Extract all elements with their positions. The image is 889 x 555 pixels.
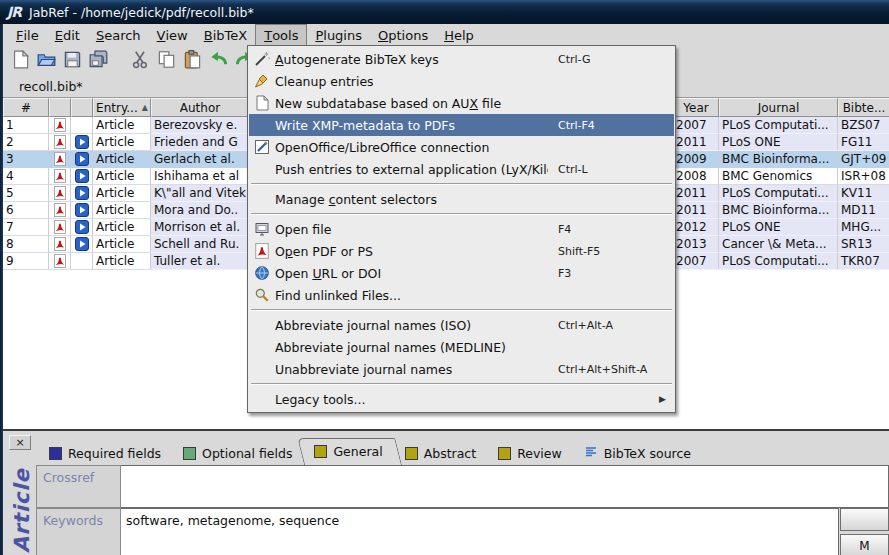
bibtexkey-cell: GJT+09 (838, 151, 889, 168)
tab-review[interactable]: Review (488, 441, 582, 465)
column-header-1[interactable] (49, 98, 71, 117)
external-link-icon[interactable] (75, 169, 89, 183)
pdf-cell (49, 151, 71, 168)
pdf-file-icon[interactable] (54, 135, 66, 149)
year-cell: 2012 (673, 219, 719, 236)
row-number: 8 (3, 236, 49, 253)
keywords-side-button-2[interactable]: M (840, 534, 889, 555)
bibtexkey-cell: SR13 (838, 236, 889, 253)
menu-item-label: Open URL or DOI (275, 266, 548, 281)
cut-button[interactable] (127, 48, 153, 72)
external-link-icon[interactable] (75, 237, 89, 251)
save-all-button[interactable] (85, 48, 111, 72)
menu-item-find-unlinked-files[interactable]: Find unlinked Files... (249, 284, 674, 306)
column-header-bibte[interactable]: Bibte... (838, 98, 889, 117)
play-cell (71, 134, 93, 151)
menu-item-label: Open file (275, 222, 548, 237)
menu-plugins[interactable]: Plugins (307, 24, 370, 46)
tab-label: Required fields (68, 446, 161, 461)
menu-item-unabbreviate-journal-names[interactable]: Unabbreviate journal namesCtrl+Alt+Shift… (249, 358, 674, 380)
row-number: 9 (3, 253, 49, 270)
menu-item-abbreviate-journal-names-iso[interactable]: Abbreviate journal names (ISO)Ctrl+Alt-A (249, 314, 674, 336)
menu-item-autogenerate-bibtex-keys[interactable]: Autogenerate BibTeX keysCtrl-G (249, 48, 674, 70)
tab-general[interactable]: General (304, 438, 402, 465)
menu-search[interactable]: Search (88, 24, 149, 46)
journal-cell: PLoS Computati... (719, 185, 838, 202)
title-bar: JR JabRef - /home/jedick/pdf/recoll.bib* (0, 0, 889, 24)
field-input-keywords[interactable]: software, metagenome, sequence (121, 508, 839, 555)
menu-item-cleanup-entries[interactable]: Cleanup entries (249, 70, 674, 92)
save-database-button[interactable] (59, 48, 85, 72)
pdf-cell (49, 253, 71, 270)
menu-tools[interactable]: Tools (255, 24, 307, 46)
menu-item-abbreviate-journal-names-medline[interactable]: Abbreviate journal names (MEDLINE) (249, 336, 674, 358)
keywords-side-button-1[interactable] (840, 508, 889, 531)
external-link-icon[interactable] (75, 220, 89, 234)
file-tab[interactable]: recoll.bib* (7, 75, 105, 97)
menu-item-new-subdatabase-based-on-aux-file[interactable]: New subdatabase based on AUX file (249, 92, 674, 114)
menu-item-write-xmp-metadata-to-pdfs[interactable]: Write XMP-metadata to PDFsCtrl-F4 (249, 114, 674, 136)
menu-item-label: Unabbreviate journal names (275, 362, 548, 377)
pdf-file-icon[interactable] (54, 152, 66, 166)
column-header-[interactable]: # (3, 98, 49, 117)
external-link-icon[interactable] (75, 152, 89, 166)
menu-item-open-url-or-doi[interactable]: Open URL or DOIF3 (249, 262, 674, 284)
menu-bibtex[interactable]: BibTeX (196, 24, 255, 46)
menu-help[interactable]: Help (436, 24, 482, 46)
tab-abstract[interactable]: Abstract (395, 441, 496, 465)
menu-item-manage-content-selectors[interactable]: Manage content selectors (249, 188, 674, 210)
editor-tab-bar: Required fieldsOptional fieldsGeneralAbs… (39, 438, 703, 465)
paste-button[interactable] (179, 48, 205, 72)
column-header-journal[interactable]: Journal (719, 98, 838, 117)
column-header-year[interactable]: Year (673, 98, 719, 117)
undo-button[interactable] (205, 48, 231, 72)
journal-cell: BMC Bioinforma... (719, 151, 838, 168)
column-header-label: Journal (758, 101, 800, 115)
tab-optional-fields[interactable]: Optional fields (173, 441, 312, 465)
external-link-icon[interactable] (75, 135, 89, 149)
menu-options[interactable]: Options (370, 24, 436, 46)
editor-fields: CrossrefKeywordssoftware, metagenome, se… (36, 465, 889, 555)
entry-editor-panel: × Article Required fieldsOptional fields… (3, 429, 889, 555)
column-header-author[interactable]: Author (151, 98, 249, 117)
menu-item-open-file[interactable]: Open fileF4 (249, 218, 674, 240)
pdf-file-icon[interactable] (54, 220, 66, 234)
pdf-file-icon[interactable] (54, 118, 66, 132)
author-cell: Tuller et al. (151, 253, 249, 270)
row-number: 4 (3, 168, 49, 185)
year-cell: 2008 (673, 168, 719, 185)
journal-cell: PLoS Computati... (719, 117, 838, 134)
menu-item-open-pdf-or-ps[interactable]: Open PDF or PSShift-F5 (249, 240, 674, 262)
column-header-entry[interactable]: Entry...▲ (93, 98, 151, 117)
pdf-file-icon[interactable] (54, 186, 66, 200)
menu-file[interactable]: File (8, 24, 47, 46)
entry-type: Article (93, 236, 151, 253)
year-cell: 2011 (673, 202, 719, 219)
author-cell: Frieden and G (151, 134, 249, 151)
pdf-file-icon[interactable] (54, 203, 66, 217)
menu-view[interactable]: View (149, 24, 196, 46)
menu-item-openoffice-libreoffice-connection[interactable]: OpenOffice/LibreOffice connection (249, 136, 674, 158)
column-header-2[interactable] (71, 98, 93, 117)
menu-edit[interactable]: Edit (47, 24, 88, 46)
menu-item-label: Legacy tools... (275, 392, 541, 407)
close-editor-button[interactable]: × (9, 435, 31, 450)
field-input-crossref[interactable] (121, 465, 889, 508)
open-database-button[interactable] (33, 48, 59, 72)
external-link-icon[interactable] (75, 186, 89, 200)
menu-separator (251, 309, 672, 311)
new-database-button[interactable] (7, 48, 33, 72)
copy-button[interactable] (153, 48, 179, 72)
tab-color-square (498, 447, 511, 460)
menu-item-legacy-tools[interactable]: Legacy tools...▶ (249, 388, 674, 410)
tab-label: BibTeX source (604, 446, 691, 461)
pdf-file-icon[interactable] (54, 169, 66, 183)
pdf-cell (49, 168, 71, 185)
pdf-file-icon[interactable] (54, 237, 66, 251)
pdf-file-icon[interactable] (54, 254, 66, 268)
tab-required-fields[interactable]: Required fields (39, 441, 181, 465)
column-header-label: Bibte... (843, 101, 886, 115)
external-link-icon[interactable] (75, 203, 89, 217)
tab-bibtex-source[interactable]: BibTeX source (574, 441, 711, 465)
menu-item-push-entries-to-external-application-lyx-kile[interactable]: Push entries to external application (Ly… (249, 158, 674, 180)
